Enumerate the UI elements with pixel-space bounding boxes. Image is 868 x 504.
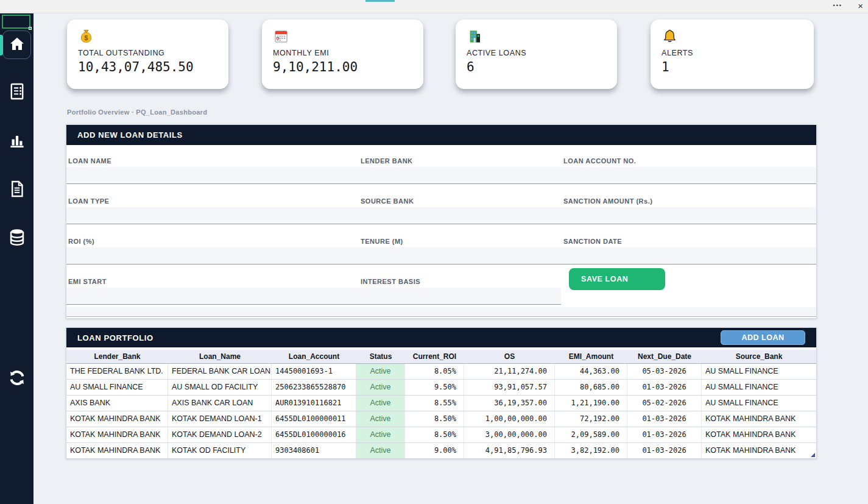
column-header[interactable]: Loan_Account — [272, 350, 356, 363]
field-label: SANCTION AMOUNT (Rs.) — [562, 197, 816, 205]
table-cell: 14450001693-1 — [272, 364, 356, 379]
table-row[interactable]: AU SMALL FINANCEAU SMALL OD FACILITY2506… — [66, 380, 816, 396]
money-bag-icon: $ — [78, 28, 217, 45]
close-icon[interactable]: × — [858, 1, 863, 11]
table-cell: KOTAK DEMAND LOAN-2 — [168, 427, 272, 442]
column-header[interactable]: Source_Bank — [702, 350, 816, 363]
table-cell: KOTAK MAHINDRA BANK — [66, 443, 168, 458]
table-row[interactable]: KOTAK MAHINDRA BANKKOTAK DEMAND LOAN-164… — [66, 411, 816, 427]
table-cell: 21,11,274.00 — [464, 364, 555, 379]
portfolio-header-row: Lender_BankLoan_NameLoan_AccountStatusCu… — [66, 350, 816, 364]
sync-icon — [7, 367, 27, 391]
stat-label: ALERTS — [662, 49, 803, 57]
table-row[interactable]: KOTAK MAHINDRA BANKKOTAK DEMAND LOAN-264… — [66, 427, 816, 443]
form-fields: LOAN NAMELENDER BANKLOAN ACCOUNT NO.LOAN… — [66, 145, 816, 318]
column-header[interactable]: EMI_Amount — [555, 350, 627, 363]
table-cell: 9.50% — [405, 380, 464, 395]
save-loan-button[interactable]: SAVE LOAN — [569, 268, 665, 290]
table-cell: AU SMALL FINANCE — [702, 396, 816, 411]
sidebar-item-charts[interactable] — [0, 129, 34, 154]
form-label-row: LOAN NAMELENDER BANKLOAN ACCOUNT NO. — [66, 145, 816, 167]
add-loan-form-panel: ADD NEW LOAN DETAILS LOAN NAMELENDER BAN… — [66, 124, 817, 319]
more-options-icon[interactable]: ••• — [833, 2, 842, 9]
status-badge: Active — [356, 427, 405, 442]
table-cell: AU SMALL OD FACILITY — [168, 380, 272, 395]
table-cell: 8.50% — [405, 427, 464, 442]
sidebar-item-home[interactable] — [2, 30, 31, 59]
table-cell: THE FEDERAL BANK LTD. — [66, 364, 168, 379]
table-cell: 9303408601 — [272, 443, 356, 458]
table-cell: 01-03-2026 — [627, 380, 702, 395]
table-cell: KOTAK DEMAND LOAN-1 — [168, 411, 272, 427]
form-bottom-strip — [66, 307, 816, 317]
table-cell: AXIS BANK — [66, 396, 168, 411]
table-cell: 2506233865528870 — [272, 380, 356, 395]
table-cell: AU SMALL FINANCE — [702, 380, 816, 395]
table-cell: 80,685.00 — [555, 380, 627, 395]
portfolio-body: THE FEDERAL BANK LTD.FEDERAL BANK CAR LO… — [66, 364, 816, 459]
table-cell: 05-02-2026 — [627, 396, 702, 411]
stat-label: ACTIVE LOANS — [467, 49, 606, 57]
status-badge: Active — [356, 443, 405, 458]
stat-card-active-loans: ACTIVE LOANS 6 — [456, 20, 617, 89]
status-badge: Active — [356, 411, 405, 427]
selected-cell-box[interactable] — [2, 15, 30, 29]
table-cell: 2,09,589.00 — [555, 427, 627, 442]
field-input[interactable] — [66, 247, 816, 264]
entries-list-icon — [7, 81, 27, 104]
table-cell: 8.55% — [405, 396, 464, 411]
table-cell: KOTAK MAHINDRA BANK — [702, 443, 816, 458]
table-cell: 01-03-2026 — [627, 411, 702, 427]
table-cell: 93,91,057.57 — [464, 380, 555, 395]
sidebar-item-sync[interactable] — [0, 367, 34, 391]
table-cell: 1,21,190.00 — [555, 396, 627, 411]
stat-value: 6 — [467, 60, 606, 74]
column-header[interactable]: Status — [356, 350, 405, 363]
sidebar-item-documents[interactable] — [0, 178, 34, 202]
table-row[interactable]: KOTAK MAHINDRA BANKKOTAK OD FACILITY9303… — [66, 443, 816, 459]
stat-card-alerts: ALERTS 1 — [651, 20, 814, 89]
portfolio-panel-title: LOAN PORTFOLIO — [77, 333, 153, 343]
table-cell: AUR013910116821 — [272, 396, 356, 411]
field-label: SANCTION DATE — [562, 238, 816, 245]
field-label: LOAN NAME — [66, 157, 359, 165]
sidebar-item-entries[interactable] — [0, 80, 34, 105]
table-cell: 01-03-2026 — [627, 443, 702, 458]
field-input[interactable] — [66, 207, 816, 224]
selection-handle[interactable] — [29, 27, 32, 30]
table-cell: 3,82,192.00 — [555, 443, 627, 458]
stat-card-monthly-emi: MONTHLY EMI 9,10,211.00 — [262, 20, 423, 89]
column-header[interactable]: Lender_Bank — [66, 350, 168, 363]
table-cell: 4,91,85,796.93 — [464, 443, 555, 458]
status-badge: Active — [356, 364, 405, 379]
bar-chart-icon — [7, 130, 27, 153]
document-icon — [7, 179, 27, 202]
column-header[interactable]: Next_Due_Date — [627, 350, 702, 363]
table-cell: 72,192.00 — [555, 411, 627, 427]
form-panel-title: ADD NEW LOAN DETAILS — [66, 125, 816, 145]
table-row[interactable]: AXIS BANKAXIS BANK CAR LOANAUR0139101168… — [66, 396, 816, 411]
breadcrumb: Portfolio Overview · PQ_Loan_Dashboard — [67, 108, 207, 116]
form-row: ROI (%)TENURE (M)SANCTION DATE — [66, 225, 816, 266]
add-loan-button[interactable]: ADD LOAN — [721, 330, 805, 345]
home-icon — [8, 35, 26, 55]
svg-text:$: $ — [84, 34, 88, 41]
window-titlebar: ••• × — [0, 0, 868, 13]
table-cell: AXIS BANK CAR LOAN — [168, 396, 272, 411]
field-label: INTEREST BASIS — [359, 278, 562, 285]
table-cell: 6455DL0100000016 — [272, 427, 356, 442]
table-cell: 44,363.00 — [555, 364, 627, 379]
field-input[interactable] — [66, 167, 816, 184]
column-header[interactable]: OS — [464, 350, 555, 363]
table-cell: KOTAK MAHINDRA BANK — [66, 427, 168, 442]
column-header[interactable]: Current_ROI — [405, 350, 464, 363]
form-label-row: LOAN TYPESOURCE BANKSANCTION AMOUNT (Rs.… — [66, 185, 816, 207]
table-cell: 8.50% — [405, 411, 464, 427]
column-header[interactable]: Loan_Name — [168, 350, 272, 363]
sidebar-item-data[interactable] — [0, 226, 34, 250]
table-cell: AU SMALL FINANCE — [702, 364, 816, 379]
form-label-row: EMI STARTINTEREST BASIS — [66, 266, 816, 288]
table-row[interactable]: THE FEDERAL BANK LTD.FEDERAL BANK CAR LO… — [66, 364, 816, 380]
stat-value: 9,10,211.00 — [273, 60, 412, 74]
field-input[interactable] — [66, 288, 561, 305]
